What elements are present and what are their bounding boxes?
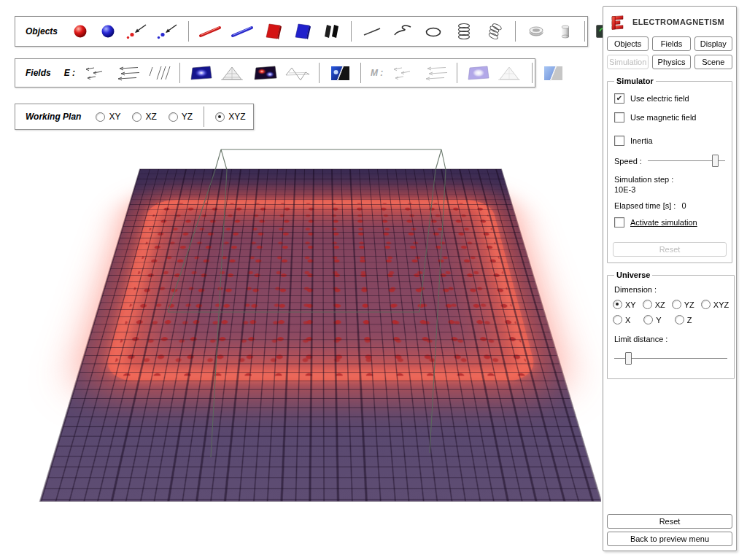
working-plan-label: Working Plan	[26, 112, 81, 122]
tool-e-potential-surface-3d-button[interactable]	[217, 61, 249, 85]
simulation-step-value: 10E-3	[614, 185, 725, 194]
use-magnetic-field-checkbox[interactable]	[614, 112, 624, 122]
back-to-preview-menu-button[interactable]: Back to preview menu	[607, 532, 732, 546]
speed-slider[interactable]	[648, 155, 725, 168]
nav-fields-button[interactable]: Fields	[652, 36, 690, 51]
vector-field-large-icon	[113, 63, 141, 82]
toolbar-separator	[179, 63, 180, 83]
use-electric-field-checkbox[interactable]	[614, 93, 624, 104]
solenoid-curved-icon	[482, 22, 507, 41]
tool-m-potential-surface-button[interactable]	[495, 61, 527, 85]
limit-distance-slider[interactable]	[614, 352, 727, 365]
dimension-option-x[interactable]: X	[613, 315, 630, 324]
radio-yz[interactable]	[169, 112, 178, 122]
scene-3d-view[interactable]	[0, 139, 601, 512]
potential-plane-blue-icon	[188, 63, 214, 82]
dimension-option-yz[interactable]: YZ	[672, 300, 694, 309]
capacitor-plates-icon	[320, 22, 343, 41]
simulator-reset-button: Reset	[613, 242, 727, 257]
dimension-option-y[interactable]: Y	[643, 315, 661, 324]
speed-slider-thumb[interactable]	[712, 155, 719, 167]
toolbar-separator	[457, 63, 457, 83]
nav-display-button[interactable]: Display	[694, 36, 732, 51]
tool-solenoid-curved-button[interactable]	[479, 20, 510, 43]
footer-reset-button[interactable]: Reset	[607, 514, 732, 529]
tool-e-vector-field-large-button[interactable]	[110, 61, 144, 85]
dimension-radio-z[interactable]	[675, 315, 684, 324]
toolbar-separator	[584, 21, 585, 42]
dimension-option-xyz[interactable]: XYZ	[701, 300, 729, 309]
tool-rod-red-button[interactable]	[194, 20, 226, 43]
activate-simulation-checkbox[interactable]	[614, 217, 624, 228]
radio-xz[interactable]	[132, 112, 142, 122]
tool-plate-red-button[interactable]	[258, 20, 287, 43]
use-magnetic-field-label: Use magnetic field	[630, 113, 697, 122]
elapsed-time-label: Elapsed time [s] :	[614, 201, 676, 210]
tool-charged-particle-blue-button[interactable]	[152, 20, 183, 43]
inertia-checkbox[interactable]	[614, 136, 624, 146]
use-magnetic-field-row[interactable]: Use magnetic field	[614, 112, 727, 122]
dimension-radio-x[interactable]	[613, 315, 622, 324]
toolbar-separator	[515, 21, 516, 42]
tool-e-potential-surface-signed-button[interactable]	[282, 61, 314, 85]
dimension-radio-y[interactable]	[643, 315, 653, 324]
tool-ring-button[interactable]	[521, 20, 551, 43]
dimension-option-xz[interactable]: XZ	[643, 300, 665, 309]
electric-field-label: E :	[64, 68, 75, 78]
tool-m-potential-plane-purple-button[interactable]	[462, 61, 495, 85]
tool-m-vector-field-small-button[interactable]	[387, 61, 418, 85]
tool-wire-segment-button[interactable]	[357, 20, 387, 43]
radio-xyz[interactable]	[215, 112, 225, 122]
dimension-option-xy[interactable]: XY	[613, 300, 636, 309]
radio-xyz-label: XYZ	[228, 112, 245, 122]
dimension-radio-xyz[interactable]	[701, 300, 711, 309]
wire-segment-icon	[360, 22, 384, 41]
tool-capacitor-plates-button[interactable]	[317, 20, 346, 43]
tool-e-potential-plane-split-button[interactable]	[325, 61, 355, 85]
dimension-radio-xy[interactable]	[613, 300, 622, 309]
dimension-radio-yz[interactable]	[672, 300, 681, 309]
use-electric-field-row[interactable]: Use electric field	[614, 93, 727, 104]
tool-plate-blue-button[interactable]	[287, 20, 317, 43]
toolbar-separator	[532, 63, 533, 83]
tool-cylinder-button[interactable]	[551, 20, 579, 43]
tool-e-field-lines-button[interactable]	[144, 61, 174, 85]
dimension-y-label: Y	[656, 316, 661, 324]
limit-distance-row	[614, 352, 727, 365]
nav-physics-button[interactable]: Physics	[652, 55, 690, 69]
tool-m-potential-plane-split-button[interactable]	[538, 61, 568, 85]
tool-m-vector-field-large-button[interactable]	[418, 61, 452, 85]
dimension-option-z[interactable]: Z	[675, 315, 692, 324]
potential-plane-split-gray-icon	[541, 63, 565, 82]
potential-surface-3d-icon	[220, 63, 247, 82]
use-electric-field-label: Use electric field	[630, 94, 689, 103]
tool-wire-curved-button[interactable]	[387, 20, 418, 43]
toolbar-separator	[319, 63, 320, 83]
tool-e-vector-field-small-button[interactable]	[80, 61, 110, 85]
tool-e-potential-plane-red-blue-button[interactable]	[249, 61, 282, 85]
tool-e-potential-plane-blue-button[interactable]	[185, 61, 217, 85]
sphere-red-icon	[69, 22, 91, 41]
tool-charged-particle-red-button[interactable]	[122, 20, 152, 43]
tool-rod-blue-button[interactable]	[226, 20, 258, 43]
dimension-radio-xz[interactable]	[643, 300, 652, 309]
limit-distance-slider-thumb[interactable]	[625, 352, 632, 365]
wire-loop-icon	[421, 22, 446, 41]
working-plan-option-xy[interactable]: XY	[96, 112, 120, 122]
working-plan-option-yz[interactable]: YZ	[169, 112, 193, 122]
nav-scene-button[interactable]: Scene	[694, 55, 732, 69]
working-plan-option-xz[interactable]: XZ	[132, 112, 156, 122]
tool-solenoid-button[interactable]	[449, 20, 479, 43]
nav-objects-button[interactable]: Objects	[607, 36, 649, 51]
inertia-row[interactable]: Inertia	[614, 136, 727, 146]
radio-yz-label: YZ	[182, 112, 193, 122]
radio-xy[interactable]	[96, 112, 105, 122]
rod-red-icon	[197, 22, 223, 41]
working-plan-option-xyz[interactable]: XYZ	[215, 112, 245, 122]
tool-wire-loop-button[interactable]	[418, 20, 449, 43]
activate-simulation-row[interactable]: Activate simulation	[614, 217, 727, 228]
tool-sphere-blue-button[interactable]	[94, 20, 122, 43]
tool-sphere-red-button[interactable]	[66, 20, 94, 43]
toolbar-separator	[360, 63, 361, 83]
app-title: ELECTROMAGNETISM	[632, 18, 724, 26]
